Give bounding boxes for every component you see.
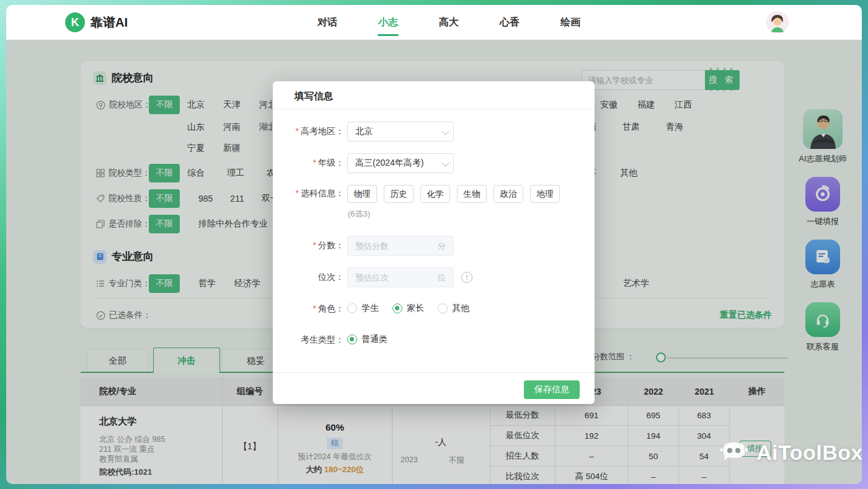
candidate-type-label: 考生类型： <box>301 334 344 346</box>
radio-circle-icon <box>438 303 448 313</box>
watermark-text: AiToolBox <box>756 441 862 465</box>
brand-name: 靠谱AI <box>91 14 128 31</box>
field-rank: 位次： 位 ! <box>273 267 595 287</box>
subject-option-button[interactable]: 生物 <box>457 185 487 203</box>
rank-input-wrap: 位 <box>347 267 454 287</box>
chevron-down-icon <box>441 127 450 135</box>
role-option-student[interactable]: 学生 <box>347 303 379 314</box>
exam-region-label: *高考地区： <box>296 126 344 137</box>
field-score: *分数： 分 <box>273 236 595 256</box>
role-label: *角色： <box>313 303 344 315</box>
main-nav: 对话 小志 高大 心香 绘画 <box>316 5 582 40</box>
subjects-hint: (6选3) <box>348 209 370 220</box>
subject-option-button[interactable]: 地理 <box>530 185 560 203</box>
grade-value: 高三(2024年高考) <box>355 158 423 169</box>
candidate-option-normal[interactable]: 普通类 <box>347 334 388 345</box>
score-input[interactable] <box>348 236 437 255</box>
rank-label: 位次： <box>318 272 344 283</box>
radio-circle-icon <box>347 334 357 344</box>
role-option-parent[interactable]: 家长 <box>392 303 424 314</box>
field-exam-region: *高考地区： 北京 <box>273 122 595 141</box>
candidate-type-group: 普通类 <box>347 334 388 345</box>
brand-logo-icon: K <box>65 12 85 32</box>
role-option-other[interactable]: 其他 <box>438 303 469 314</box>
exam-region-value: 北京 <box>355 126 373 137</box>
nav-item-xinxiang[interactable]: 心香 <box>498 6 521 40</box>
score-suffix: 分 <box>438 241 446 252</box>
grade-label: *年级： <box>313 158 344 169</box>
fill-info-modal: 填写信息 *高考地区： 北京 *年级： 高三(2024年高考) <box>273 81 595 404</box>
rank-input[interactable] <box>348 268 437 287</box>
radio-circle-icon <box>347 303 357 313</box>
subject-option-button[interactable]: 物理 <box>347 185 377 203</box>
subject-option-button[interactable]: 政治 <box>494 185 523 203</box>
score-input-wrap: 分 <box>347 236 454 256</box>
nav-item-gaoda[interactable]: 高大 <box>438 6 460 40</box>
score-label: *分数： <box>313 240 344 251</box>
brand: K 靠谱AI <box>65 12 128 32</box>
field-subjects: *选科信息： 物理历史化学生物政治地理 <box>273 185 595 202</box>
user-avatar[interactable] <box>766 11 789 34</box>
page-panel: K 靠谱AI 对话 小志 高大 心香 绘画 <box>6 5 862 484</box>
rank-suffix: 位 <box>438 272 446 284</box>
chevron-down-icon <box>441 159 450 167</box>
subjects-label: *选科信息： <box>296 188 344 199</box>
modal-title-divider <box>273 109 595 109</box>
watermark: AiToolBox <box>719 439 862 465</box>
nav-item-huihua[interactable]: 绘画 <box>559 6 582 40</box>
exam-region-select[interactable]: 北京 <box>347 122 454 141</box>
subject-options: 物理历史化学生物政治地理 <box>347 185 560 203</box>
grade-select[interactable]: 高三(2024年高考) <box>347 153 454 173</box>
field-grade: *年级： 高三(2024年高考) <box>273 153 595 173</box>
modal-title: 填写信息 <box>294 90 333 103</box>
subject-option-button[interactable]: 历史 <box>384 185 414 203</box>
app-root: K 靠谱AI 对话 小志 高大 心香 绘画 <box>0 0 868 489</box>
radio-circle-icon <box>392 303 402 313</box>
field-role: *角色： 学生 家长 其他 <box>273 303 595 314</box>
field-candidate-type: 考生类型： 普通类 <box>273 334 595 345</box>
watermark-robot-icon <box>719 439 749 465</box>
rank-info-icon[interactable]: ! <box>461 272 472 283</box>
save-info-button[interactable]: 保存信息 <box>524 380 580 399</box>
nav-item-xiaozhi[interactable]: 小志 <box>377 6 399 40</box>
modal-footer-divider <box>273 372 595 373</box>
avatar-person-icon <box>766 11 789 34</box>
navbar: K 靠谱AI 对话 小志 高大 心香 绘画 <box>6 5 862 40</box>
role-radio-group: 学生 家长 其他 <box>347 303 469 314</box>
subject-option-button[interactable]: 化学 <box>420 185 450 203</box>
nav-item-chat[interactable]: 对话 <box>316 6 339 40</box>
